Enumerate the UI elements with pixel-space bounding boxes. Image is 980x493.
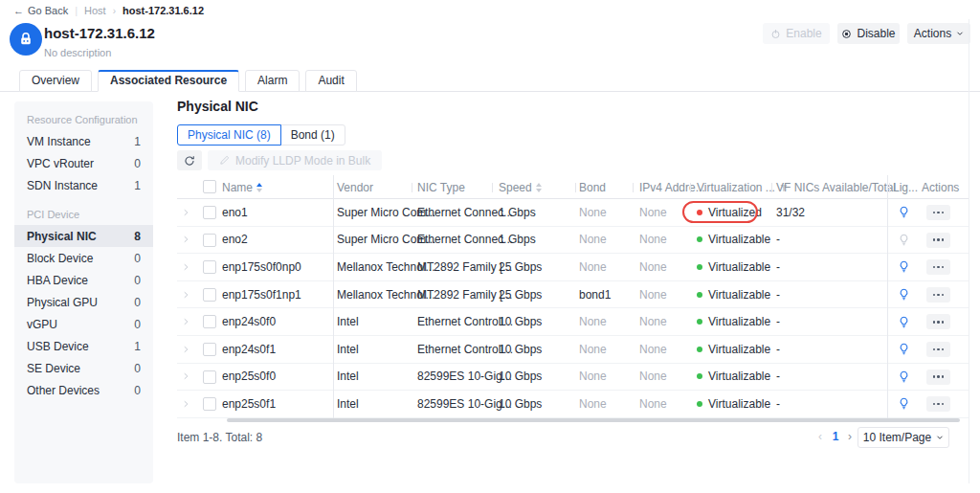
cell-bond: None bbox=[579, 254, 607, 280]
table-row: enp175s0f1np1Mellanox Technol...MT2892 F… bbox=[177, 281, 969, 309]
table-row: enp25s0f0Intel82599ES 10-Gig...10 GbpsNo… bbox=[177, 364, 969, 392]
sidebar-item-count: 1 bbox=[134, 179, 141, 192]
row-expand-chevron-icon[interactable] bbox=[181, 227, 190, 254]
cell-name-text: enp24s0f1 bbox=[222, 343, 276, 356]
subtab-bond-1[interactable]: Bond (1) bbox=[280, 124, 345, 146]
edit-pencil-icon bbox=[219, 155, 230, 166]
locate-light-button[interactable] bbox=[898, 227, 910, 254]
cell-speed: 25 Gbps bbox=[499, 281, 542, 308]
modify-lldp-bulk-button[interactable]: Modify LLDP Mode in Bulk bbox=[208, 150, 382, 170]
row-actions-button[interactable] bbox=[926, 396, 950, 412]
tab-associated-resource[interactable]: Associated Resource bbox=[98, 70, 239, 92]
row-actions-button[interactable] bbox=[926, 259, 950, 275]
cell-bond: None bbox=[579, 336, 607, 363]
sidebar-item-vm-instance[interactable]: VM Instance1 bbox=[14, 130, 153, 152]
table-row: enp24s0f1IntelEthernet Controll...10 Gbp… bbox=[177, 336, 969, 364]
row-actions-button[interactable] bbox=[926, 233, 950, 248]
locate-light-button[interactable] bbox=[898, 391, 910, 417]
locate-light-button[interactable] bbox=[898, 364, 910, 391]
column-header-label: Bond bbox=[579, 181, 606, 194]
chevron-down-icon bbox=[936, 434, 944, 441]
page-size-select[interactable]: 10 Item/Page bbox=[858, 427, 949, 448]
select-all-checkbox[interactable] bbox=[203, 180, 216, 193]
sort-icon[interactable] bbox=[256, 183, 262, 192]
sort-icon[interactable] bbox=[536, 183, 542, 192]
pagination-next-button[interactable]: › bbox=[843, 430, 857, 443]
row-expand-chevron-icon[interactable] bbox=[181, 391, 190, 417]
row-checkbox[interactable] bbox=[203, 234, 216, 247]
sidebar-item-block-device[interactable]: Block Device0 bbox=[14, 247, 153, 269]
column-header-vendor: Vendor bbox=[337, 175, 373, 199]
pagination-prev-button[interactable]: ‹ bbox=[813, 430, 827, 443]
stop-circle-icon bbox=[841, 29, 852, 39]
breadcrumb-host-link[interactable]: Host bbox=[84, 5, 106, 16]
sidebar-item-physical-nic[interactable]: Physical NIC8 bbox=[14, 225, 153, 247]
locate-light-button[interactable] bbox=[898, 199, 910, 226]
subtab-physical-nic-8[interactable]: Physical NIC (8) bbox=[177, 124, 281, 146]
horizontal-scrollbar[interactable] bbox=[227, 418, 960, 422]
row-expand-chevron-icon[interactable] bbox=[181, 281, 190, 308]
sidebar-item-vpc-vrouter[interactable]: VPC vRouter0 bbox=[14, 152, 153, 174]
cell-vendor: Intel bbox=[337, 308, 359, 335]
tab-audit[interactable]: Audit bbox=[305, 70, 356, 92]
row-checkbox[interactable] bbox=[203, 343, 216, 356]
column-header-label: Speed bbox=[499, 181, 532, 194]
column-header-vf-nics-available-total: VF NICs Available/Total bbox=[776, 175, 896, 199]
cell-vf-text: - bbox=[776, 397, 780, 411]
row-actions-button[interactable] bbox=[926, 342, 950, 357]
actions-menu-button[interactable]: Actions bbox=[907, 23, 970, 44]
row-checkbox[interactable] bbox=[203, 288, 216, 302]
host-avatar-icon bbox=[10, 23, 42, 56]
row-actions-button[interactable] bbox=[926, 314, 950, 329]
enable-button[interactable]: Enable bbox=[763, 23, 830, 44]
row-actions-button[interactable] bbox=[926, 370, 950, 385]
row-expand-chevron-icon[interactable] bbox=[181, 308, 190, 335]
column-header-speed: Speed bbox=[499, 175, 542, 199]
pagination-current-page[interactable]: 1 bbox=[829, 430, 842, 443]
row-expand-chevron-icon[interactable] bbox=[181, 254, 190, 280]
locate-light-button[interactable] bbox=[898, 336, 910, 363]
table-row: eno1Super Micro Com...Ethernet Connec...… bbox=[177, 199, 969, 227]
refresh-button[interactable] bbox=[177, 150, 202, 170]
virtualization-status-text: Virtualizable bbox=[708, 370, 770, 383]
locate-light-button[interactable] bbox=[898, 281, 910, 308]
sidebar-item-vgpu[interactable]: vGPU0 bbox=[14, 313, 153, 335]
row-checkbox[interactable] bbox=[203, 206, 216, 219]
sidebar-item-hba-device[interactable]: HBA Device0 bbox=[14, 269, 153, 291]
row-actions-button[interactable] bbox=[926, 287, 950, 303]
row-expand-chevron-icon[interactable] bbox=[181, 336, 190, 363]
cell-ipv4: None bbox=[639, 308, 667, 335]
disable-button[interactable]: Disable bbox=[837, 23, 900, 44]
cell-speed: 1 Gbps bbox=[499, 199, 536, 226]
sidebar-item-usb-device[interactable]: USB Device1 bbox=[14, 335, 153, 357]
tab-alarm[interactable]: Alarm bbox=[245, 70, 300, 92]
locate-light-button[interactable] bbox=[898, 254, 910, 280]
sidebar-item-physical-gpu[interactable]: Physical GPU0 bbox=[14, 291, 153, 313]
status-dot-green bbox=[697, 401, 702, 407]
row-expand-chevron-icon[interactable] bbox=[181, 199, 190, 226]
row-checkbox[interactable] bbox=[203, 397, 216, 411]
row-actions-button[interactable] bbox=[926, 205, 950, 220]
table-header: NameVendorNIC TypeSpeedBondIPv4 Addre...… bbox=[177, 175, 969, 199]
sidebar-item-se-device[interactable]: SE Device0 bbox=[14, 357, 153, 379]
cell-name: enp25s0f0 bbox=[222, 364, 276, 391]
cell-virtualization: Virtualizable bbox=[697, 336, 770, 363]
sidebar-item-sdn-instance[interactable]: SDN Instance1 bbox=[14, 174, 153, 196]
tab-overview[interactable]: Overview bbox=[19, 70, 92, 92]
sidebar-item-count: 1 bbox=[134, 135, 141, 148]
go-back-link[interactable]: ← Go Back bbox=[13, 5, 68, 16]
row-checkbox[interactable] bbox=[203, 370, 216, 384]
locate-light-button[interactable] bbox=[898, 308, 910, 335]
breadcrumb: ← Go Back | Host › host-172.31.6.12 bbox=[13, 5, 204, 16]
cell-bond: bond1 bbox=[579, 281, 611, 308]
row-expand-chevron-icon[interactable] bbox=[181, 364, 190, 391]
column-divider bbox=[889, 183, 890, 192]
sidebar-item-other-devices[interactable]: Other Devices0 bbox=[14, 379, 153, 401]
cell-bond-text: None bbox=[579, 397, 607, 411]
row-checkbox[interactable] bbox=[203, 315, 216, 328]
page-title: host-172.31.6.12 bbox=[44, 25, 155, 41]
cell-virtualization: Virtualizable bbox=[697, 391, 770, 417]
actions-label: Actions bbox=[914, 27, 951, 40]
pinned-right-border bbox=[887, 175, 888, 418]
row-checkbox[interactable] bbox=[203, 260, 216, 274]
